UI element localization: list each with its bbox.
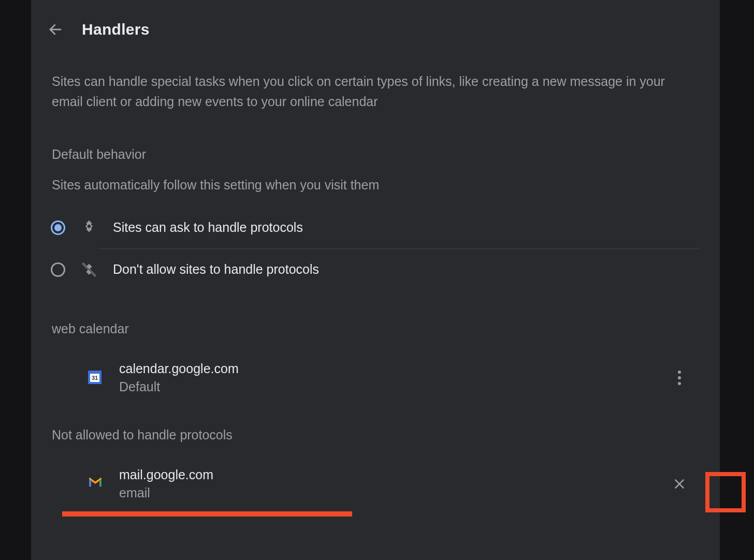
- radio-unselected-icon: [51, 262, 65, 277]
- more-actions-button[interactable]: [669, 367, 690, 388]
- calendar-favicon: [88, 371, 103, 385]
- option-allow-protocols[interactable]: Sites can ask to handle protocols: [47, 207, 699, 248]
- layers-icon: [80, 218, 98, 237]
- default-behavior-heading: Default behavior: [31, 147, 720, 162]
- default-behavior-subheading: Sites automatically follow this setting …: [31, 178, 720, 193]
- back-button[interactable]: [47, 21, 64, 38]
- not-allowed-heading: Not allowed to handle protocols: [31, 428, 720, 443]
- page-title: Handlers: [82, 21, 150, 38]
- site-name: mail.google.com: [119, 467, 669, 482]
- annotation-underline: [62, 511, 352, 517]
- layers-off-icon: [80, 260, 98, 279]
- site-sub: email: [119, 485, 669, 500]
- site-row-gmail[interactable]: mail.google.com email: [31, 458, 720, 510]
- option-block-protocols[interactable]: Don't allow sites to handle protocols: [47, 249, 699, 290]
- site-sub: Default: [119, 379, 669, 394]
- default-behavior-options: Sites can ask to handle protocols Don't …: [31, 207, 720, 290]
- annotation-highlight-box: [705, 472, 746, 512]
- handlers-panel: Handlers Sites can handle special tasks …: [31, 0, 720, 560]
- kebab-dot: [678, 376, 681, 379]
- page-description: Sites can handle special tasks when you …: [31, 71, 704, 112]
- kebab-dot: [678, 382, 681, 385]
- arrow-left-icon: [48, 22, 63, 37]
- site-name: calendar.google.com: [119, 361, 669, 376]
- option-allow-label: Sites can ask to handle protocols: [113, 220, 303, 235]
- site-row-calendar[interactable]: calendar.google.com Default: [31, 352, 720, 404]
- option-block-label: Don't allow sites to handle protocols: [113, 262, 319, 277]
- settings-window: Handlers Sites can handle special tasks …: [0, 0, 754, 560]
- close-icon: [673, 477, 686, 491]
- remove-button[interactable]: [669, 474, 690, 494]
- panel-header: Handlers: [31, 0, 720, 38]
- radio-selected-icon: [51, 220, 65, 235]
- web-calendar-heading: web calendar: [31, 321, 720, 336]
- gmail-favicon: [88, 477, 103, 491]
- kebab-dot: [678, 371, 681, 374]
